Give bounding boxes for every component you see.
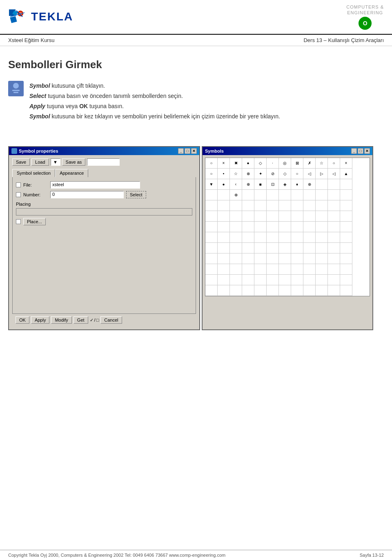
symbol-cell[interactable]: ○ <box>205 158 218 169</box>
symbol-cell[interactable] <box>340 190 352 200</box>
symbol-cell[interactable] <box>218 200 230 211</box>
symbol-cell[interactable] <box>328 285 340 296</box>
symbol-cell[interactable] <box>291 232 303 243</box>
symbol-cell[interactable] <box>267 253 279 264</box>
symbols-title-bar-buttons[interactable]: _ □ ✕ <box>351 148 370 154</box>
symbol-cell[interactable] <box>254 232 267 243</box>
symbol-cell[interactable]: × <box>340 158 352 169</box>
symbol-cell[interactable] <box>254 275 267 285</box>
symbol-cell[interactable] <box>303 243 316 253</box>
symbol-cell[interactable] <box>279 222 291 232</box>
symbol-cell[interactable] <box>230 285 242 296</box>
maximize-button[interactable]: □ <box>185 148 190 154</box>
symbol-cell[interactable] <box>316 211 328 222</box>
symbol-cell[interactable] <box>205 253 218 264</box>
symbol-cell[interactable] <box>267 190 279 200</box>
symbol-cell[interactable] <box>340 222 352 232</box>
symbols-close[interactable]: ✕ <box>364 148 370 154</box>
symbol-cell[interactable] <box>242 253 254 264</box>
symbol-cell[interactable] <box>328 200 340 211</box>
tab-symbol-selection[interactable]: Symbol selection <box>12 169 55 177</box>
symbol-cell[interactable] <box>291 222 303 232</box>
symbol-cell[interactable] <box>279 232 291 243</box>
symbol-cell[interactable] <box>316 264 328 275</box>
symbol-cell[interactable] <box>316 190 328 200</box>
place-button[interactable]: Place... <box>23 218 46 225</box>
symbol-cell[interactable]: ⊗ <box>242 169 254 179</box>
symbol-cell[interactable] <box>230 275 242 285</box>
symbol-cell[interactable]: ⊕ <box>230 190 242 200</box>
tab-appearance[interactable]: Appearance <box>55 169 88 177</box>
symbol-cell[interactable] <box>303 200 316 211</box>
symbol-cell[interactable] <box>267 200 279 211</box>
symbol-cell[interactable] <box>316 222 328 232</box>
symbol-cell[interactable]: ⊡ <box>267 179 279 190</box>
symbol-cell[interactable] <box>205 264 218 275</box>
symbol-cell[interactable] <box>254 285 267 296</box>
symbol-cell[interactable]: ⊕ <box>242 179 254 190</box>
symbols-minimize[interactable]: _ <box>351 148 357 154</box>
cancel-button[interactable]: Cancel <box>100 316 122 324</box>
apply-footer-button[interactable]: Apply <box>31 316 50 324</box>
symbol-cell[interactable] <box>291 264 303 275</box>
save-as-button[interactable]: Save as <box>62 158 86 166</box>
symbol-cell[interactable]: ◇ <box>279 169 291 179</box>
symbol-cell[interactable] <box>316 285 328 296</box>
symbol-cell[interactable] <box>340 179 352 190</box>
symbol-cell[interactable] <box>303 232 316 243</box>
symbol-cell[interactable]: × <box>218 158 230 169</box>
symbol-cell[interactable] <box>303 222 316 232</box>
symbol-cell[interactable] <box>279 200 291 211</box>
symbol-cell[interactable] <box>328 190 340 200</box>
symbol-cell[interactable]: ▷ <box>316 169 328 179</box>
symbol-cell[interactable]: ○ <box>328 158 340 169</box>
symbol-cell[interactable] <box>279 275 291 285</box>
symbol-cell[interactable] <box>218 253 230 264</box>
symbol-cell[interactable]: · <box>267 158 279 169</box>
symbol-cell[interactable] <box>291 285 303 296</box>
symbol-cell[interactable] <box>230 211 242 222</box>
symbol-cell[interactable] <box>242 200 254 211</box>
symbol-cell[interactable] <box>291 243 303 253</box>
symbol-cell[interactable] <box>340 264 352 275</box>
symbol-cell[interactable] <box>205 243 218 253</box>
symbol-cell[interactable] <box>242 264 254 275</box>
symbol-cell[interactable]: ● <box>242 158 254 169</box>
symbol-cell[interactable]: ▲ <box>340 169 352 179</box>
symbol-cell[interactable] <box>328 253 340 264</box>
symbol-cell[interactable] <box>267 275 279 285</box>
symbol-cell[interactable] <box>205 222 218 232</box>
symbol-cell[interactable] <box>340 285 352 296</box>
symbol-cell[interactable] <box>340 275 352 285</box>
symbol-cell[interactable] <box>340 253 352 264</box>
symbol-cell[interactable]: ○ <box>205 169 218 179</box>
symbol-cell[interactable] <box>218 232 230 243</box>
symbol-cell[interactable] <box>218 222 230 232</box>
symbol-cell[interactable] <box>267 232 279 243</box>
number-input[interactable]: 0 <box>50 191 124 198</box>
get-button[interactable]: Get <box>74 316 88 324</box>
minimize-button[interactable]: _ <box>178 148 184 154</box>
symbol-cell[interactable] <box>316 179 328 190</box>
symbol-cell[interactable] <box>230 200 242 211</box>
symbol-cell[interactable]: ✖ <box>230 158 242 169</box>
symbol-cell[interactable]: ▼ <box>205 179 218 190</box>
symbol-cell[interactable] <box>279 264 291 275</box>
symbol-cell[interactable] <box>242 285 254 296</box>
symbol-cell[interactable] <box>205 275 218 285</box>
symbol-cell[interactable]: ■ <box>254 179 267 190</box>
symbol-cell[interactable]: ⊘ <box>267 169 279 179</box>
symbol-cell[interactable]: ◇ <box>254 158 267 169</box>
symbol-cell[interactable] <box>267 222 279 232</box>
symbol-cell[interactable] <box>303 285 316 296</box>
symbol-cell[interactable]: ◎ <box>279 158 291 169</box>
symbol-cell[interactable] <box>242 232 254 243</box>
number-checkbox[interactable] <box>16 192 21 197</box>
symbol-cell[interactable] <box>230 232 242 243</box>
symbol-cell[interactable] <box>340 243 352 253</box>
symbol-cell[interactable] <box>267 264 279 275</box>
symbol-cell[interactable] <box>205 190 218 200</box>
symbol-cell[interactable]: ◈ <box>279 179 291 190</box>
symbol-cell[interactable] <box>205 200 218 211</box>
symbol-cell[interactable] <box>328 222 340 232</box>
